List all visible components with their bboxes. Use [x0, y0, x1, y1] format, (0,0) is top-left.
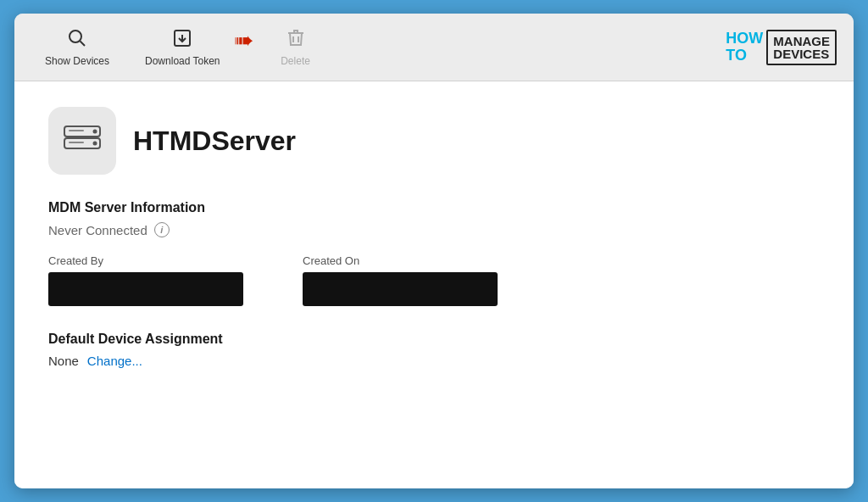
delete-button[interactable]: Delete — [262, 21, 330, 74]
logo-manage-devices: MANAGE DEVICES — [766, 30, 837, 65]
assignment-title: Default Device Assignment — [48, 332, 820, 347]
svg-point-7 — [93, 130, 97, 134]
created-by-value-redacted — [48, 272, 243, 306]
section-title: MDM Server Information — [48, 200, 820, 215]
svg-point-0 — [70, 31, 81, 42]
download-token-label: Download Token — [145, 55, 220, 67]
server-name: HTMDServer — [133, 126, 296, 157]
trash-icon — [286, 28, 306, 52]
delete-label: Delete — [281, 55, 310, 67]
toolbar-actions: Show Devices Download Token ➠ — [31, 21, 330, 74]
show-devices-button[interactable]: Show Devices — [31, 21, 123, 74]
logo-devices-text: DEVICES — [773, 47, 830, 60]
download-token-button[interactable]: Download Token — [131, 21, 234, 74]
main-window: Show Devices Download Token ➠ — [14, 14, 854, 488]
search-icon — [67, 28, 87, 52]
created-by-field: Created By — [48, 254, 252, 306]
logo-manage-text: MANAGE — [773, 35, 830, 47]
created-by-label: Created By — [48, 254, 252, 267]
created-on-field: Created On — [303, 254, 506, 306]
toolbar: Show Devices Download Token ➠ — [14, 14, 854, 81]
arrow-indicator: ➠ — [234, 26, 253, 54]
svg-line-1 — [81, 41, 86, 46]
info-icon[interactable]: i — [154, 222, 170, 237]
created-on-value-redacted — [303, 272, 498, 306]
created-on-label: Created On — [303, 254, 506, 267]
svg-rect-11 — [69, 142, 84, 143]
status-text: Never Connected — [48, 223, 147, 237]
svg-rect-10 — [69, 130, 84, 131]
server-header: HTMDServer — [48, 107, 820, 175]
default-assignment-section: Default Device Assignment None Change... — [48, 332, 820, 368]
svg-point-9 — [93, 142, 97, 146]
status-row: Never Connected i — [48, 222, 820, 237]
show-devices-label: Show Devices — [45, 55, 109, 67]
assignment-value: None — [48, 354, 79, 368]
server-icon — [48, 107, 116, 175]
logo-howto-text: HOWTO — [726, 31, 763, 64]
logo-area: HOWTO MANAGE DEVICES — [726, 30, 837, 65]
change-link[interactable]: Change... — [87, 354, 142, 368]
fields-row: Created By Created On — [48, 254, 820, 306]
download-icon — [172, 28, 192, 52]
assignment-row: None Change... — [48, 354, 820, 368]
brand-logo: HOWTO MANAGE DEVICES — [726, 30, 837, 65]
main-content: HTMDServer MDM Server Information Never … — [14, 81, 854, 488]
